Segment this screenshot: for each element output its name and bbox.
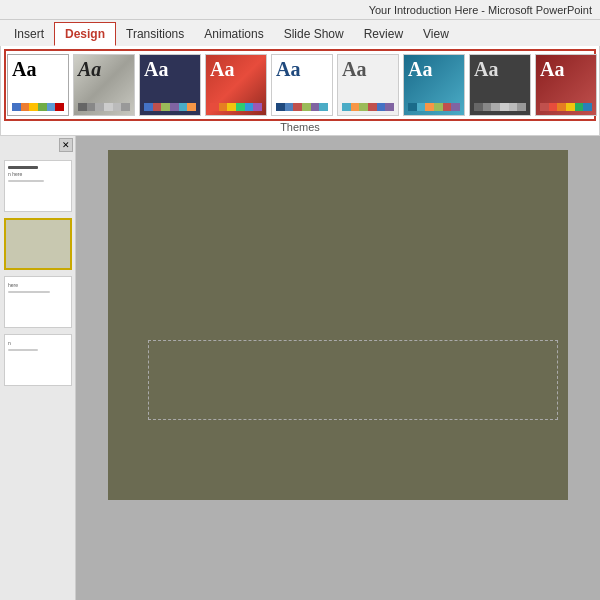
slide-thumbnail-4[interactable]: n	[4, 334, 72, 386]
slide-panel: ✕ n here here n	[0, 136, 76, 600]
tab-animations[interactable]: Animations	[194, 22, 273, 46]
tab-view[interactable]: View	[413, 22, 459, 46]
theme-item-2[interactable]: Aa	[73, 54, 135, 116]
panel-close-button[interactable]: ✕	[59, 138, 73, 152]
theme-item-1[interactable]: Aa	[7, 54, 69, 116]
tab-insert[interactable]: Insert	[4, 22, 54, 46]
title-bar: Your Introduction Here - Microsoft Power…	[0, 0, 600, 20]
theme-item-8[interactable]: Aa	[469, 54, 531, 116]
text-placeholder[interactable]	[148, 340, 558, 420]
theme-item-4[interactable]: Aa	[205, 54, 267, 116]
themes-section-label: Themes	[280, 121, 320, 133]
tab-slideshow[interactable]: Slide Show	[274, 22, 354, 46]
canvas-area	[76, 136, 600, 600]
theme-item-9[interactable]: Aa	[535, 54, 597, 116]
slide-thumbnail-1[interactable]: n here	[4, 160, 72, 212]
theme-item-6[interactable]: Aa	[337, 54, 399, 116]
slide-canvas[interactable]	[108, 150, 568, 500]
tab-transitions[interactable]: Transitions	[116, 22, 194, 46]
ribbon-content: Aa Aa	[0, 46, 600, 136]
themes-container: Aa Aa	[7, 50, 593, 120]
ribbon-tabs: Insert Design Transitions Animations Sli…	[0, 20, 600, 46]
main-area: ✕ n here here n	[0, 136, 600, 600]
slide-thumbnail-3[interactable]: here	[4, 276, 72, 328]
slide-thumbnail-2[interactable]	[4, 218, 72, 270]
tab-review[interactable]: Review	[354, 22, 413, 46]
tab-design[interactable]: Design	[54, 22, 116, 46]
theme-item-3[interactable]: Aa	[139, 54, 201, 116]
theme-item-5[interactable]: Aa	[271, 54, 333, 116]
theme-item-7[interactable]: Aa	[403, 54, 465, 116]
title-text: Your Introduction Here - Microsoft Power…	[369, 4, 592, 16]
